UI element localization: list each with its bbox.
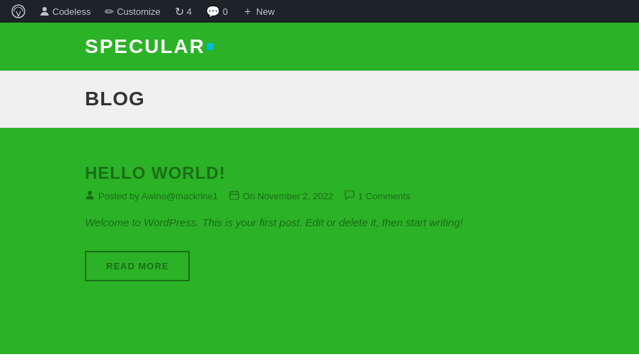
svg-point-2: [88, 191, 92, 195]
codeless-button[interactable]: Codeless: [34, 0, 96, 23]
new-label: New: [256, 6, 275, 17]
post-author-meta: Posted by Awino@mackrine1: [85, 190, 218, 202]
comments-count: 0: [223, 6, 228, 17]
post-comments: 1 Comments: [358, 191, 410, 201]
site-header: SPECULAR: [0, 23, 639, 71]
new-button[interactable]: ＋ New: [236, 0, 280, 23]
person-icon: [40, 6, 50, 16]
site-brand: SPECULAR: [85, 35, 639, 58]
customize-label: Customize: [117, 6, 160, 17]
admin-bar: Codeless ✏ Customize ↻ 4 💬 0 ＋ New: [0, 0, 639, 23]
site-title: SPECULAR: [85, 35, 205, 58]
main-content: HELLO WORLD! Posted by Awino@mackrine1: [0, 128, 639, 354]
author-icon: [85, 190, 95, 202]
post-title: HELLO WORLD!: [85, 163, 554, 183]
post-meta: Posted by Awino@mackrine1 On November 2,…: [85, 190, 554, 202]
updates-count: 4: [187, 6, 192, 17]
updates-button[interactable]: ↻ 4: [169, 0, 197, 23]
post-date: On November 2, 2022: [243, 191, 333, 201]
site-title-badge: [207, 43, 214, 50]
pencil-icon: ✏: [105, 5, 114, 18]
blog-section: BLOG: [0, 71, 639, 128]
codeless-label: Codeless: [52, 6, 91, 17]
comments-button[interactable]: 💬 0: [200, 0, 234, 23]
comment-icon: 💬: [206, 5, 220, 18]
read-more-button[interactable]: READ MORE: [85, 251, 190, 281]
plus-icon: ＋: [242, 4, 253, 19]
post-author: Posted by Awino@mackrine1: [98, 191, 218, 201]
blog-heading: BLOG: [85, 88, 639, 110]
refresh-icon: ↻: [175, 5, 184, 18]
post-comments-meta: 1 Comments: [345, 190, 410, 202]
calendar-icon: [229, 190, 239, 202]
svg-point-1: [42, 7, 47, 11]
post-date-meta: On November 2, 2022: [229, 190, 333, 202]
post-excerpt: Welcome to WordPress. This is your first…: [85, 215, 554, 231]
svg-rect-3: [230, 192, 238, 199]
comments-icon: [345, 190, 355, 202]
wp-logo-button[interactable]: [6, 0, 31, 23]
customize-button[interactable]: ✏ Customize: [99, 0, 166, 23]
wp-icon: [11, 4, 25, 18]
